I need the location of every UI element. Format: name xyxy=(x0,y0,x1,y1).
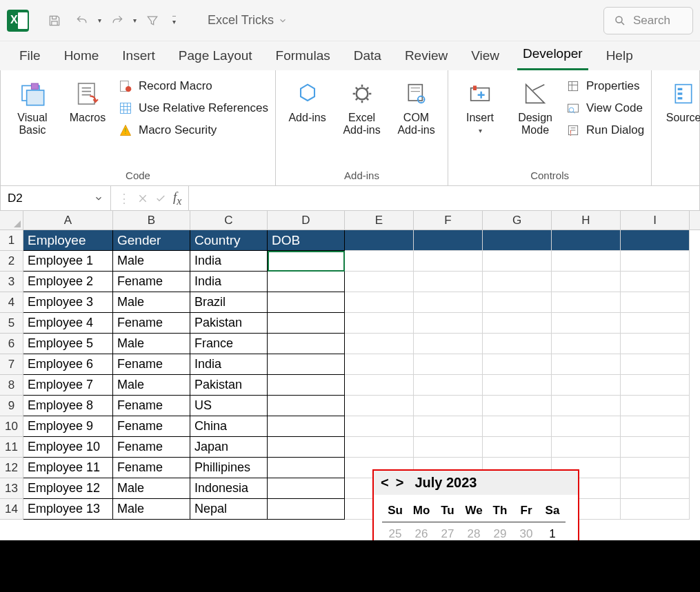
undo-icon[interactable] xyxy=(70,9,94,32)
macro-security-button[interactable]: ! Macro Security xyxy=(118,123,268,138)
cell[interactable] xyxy=(621,478,690,499)
cell[interactable] xyxy=(621,354,690,375)
table-cell[interactable]: Phillipines xyxy=(190,458,268,478)
calendar-next-button[interactable]: > xyxy=(396,475,404,491)
cell[interactable] xyxy=(552,313,621,334)
cell[interactable] xyxy=(552,251,621,272)
table-cell[interactable]: Male xyxy=(113,251,190,272)
cell[interactable] xyxy=(483,292,552,313)
macros-button[interactable]: Macros xyxy=(63,76,112,124)
row-header-4[interactable]: 4 xyxy=(0,292,23,313)
cell[interactable] xyxy=(621,334,690,354)
table-cell[interactable]: Fename xyxy=(113,354,190,375)
table-cell[interactable]: Employee 11 xyxy=(23,458,113,478)
table-cell[interactable] xyxy=(268,396,345,416)
cell[interactable] xyxy=(552,292,621,313)
table-cell[interactable]: Fename xyxy=(113,396,190,416)
column-header-F[interactable]: F xyxy=(414,211,483,229)
table-cell[interactable] xyxy=(268,499,345,520)
column-header-C[interactable]: C xyxy=(190,211,268,229)
table-cell[interactable]: Fename xyxy=(113,313,190,334)
cell[interactable] xyxy=(414,375,483,396)
column-header-A[interactable]: A xyxy=(23,211,113,229)
table-cell[interactable]: Male xyxy=(113,334,190,354)
cell[interactable] xyxy=(552,334,621,354)
cells-grid[interactable]: EmployeeGenderCountryDOBEmployee 1MaleIn… xyxy=(23,230,690,520)
cell[interactable] xyxy=(621,458,690,478)
calendar-title[interactable]: July 2023 xyxy=(414,475,477,491)
table-cell[interactable]: Indonesia xyxy=(190,478,268,499)
row-header-14[interactable]: 14 xyxy=(0,499,23,520)
table-cell[interactable]: France xyxy=(190,334,268,354)
cell[interactable] xyxy=(483,230,552,251)
cancel-icon[interactable] xyxy=(137,193,148,204)
cell[interactable] xyxy=(414,230,483,251)
cell[interactable] xyxy=(621,292,690,313)
ribbon-tab-help[interactable]: Help xyxy=(601,44,639,70)
cell[interactable] xyxy=(414,251,483,272)
table-cell[interactable]: Employee 6 xyxy=(23,354,113,375)
table-cell[interactable]: Employee 5 xyxy=(23,334,113,354)
cell[interactable] xyxy=(552,272,621,292)
cell[interactable] xyxy=(345,375,414,396)
table-header-cell[interactable]: Employee xyxy=(23,230,113,251)
save-icon[interactable] xyxy=(43,9,66,32)
cell[interactable] xyxy=(552,416,621,437)
redo-icon[interactable] xyxy=(106,9,129,32)
table-cell[interactable]: Pakistan xyxy=(190,375,268,396)
cell[interactable] xyxy=(621,375,690,396)
ribbon-tab-view[interactable]: View xyxy=(466,44,505,70)
source-button[interactable]: Source xyxy=(659,76,700,124)
enter-icon[interactable] xyxy=(155,193,166,204)
row-header-7[interactable]: 7 xyxy=(0,354,23,375)
table-cell[interactable]: Employee 7 xyxy=(23,375,113,396)
ribbon-tab-formulas[interactable]: Formulas xyxy=(270,44,336,70)
row-header-12[interactable]: 12 xyxy=(0,458,23,478)
cell[interactable] xyxy=(345,416,414,437)
select-all-corner[interactable] xyxy=(0,211,23,229)
table-cell[interactable]: Fename xyxy=(113,458,190,478)
table-cell[interactable] xyxy=(268,272,345,292)
cell[interactable] xyxy=(414,437,483,458)
cell[interactable] xyxy=(414,416,483,437)
cell[interactable] xyxy=(552,375,621,396)
cell[interactable] xyxy=(483,313,552,334)
row-header-5[interactable]: 5 xyxy=(0,313,23,334)
com-addins-button[interactable]: COM Add-ins xyxy=(392,76,441,136)
row-header-13[interactable]: 13 xyxy=(0,478,23,499)
cell[interactable] xyxy=(345,313,414,334)
table-cell[interactable]: Male xyxy=(113,292,190,313)
table-cell[interactable] xyxy=(268,375,345,396)
table-cell[interactable]: India xyxy=(190,251,268,272)
undo-dropdown-icon[interactable]: ▾ xyxy=(98,17,101,24)
table-cell[interactable]: Employee 2 xyxy=(23,272,113,292)
table-cell[interactable]: Employee 13 xyxy=(23,499,113,520)
table-cell[interactable]: US xyxy=(190,396,268,416)
calendar-prev-button[interactable]: < xyxy=(381,475,389,491)
column-header-H[interactable]: H xyxy=(552,211,621,229)
ribbon-tab-page-layout[interactable]: Page Layout xyxy=(173,44,258,70)
cell[interactable] xyxy=(621,499,690,520)
table-cell[interactable]: Employee 4 xyxy=(23,313,113,334)
ribbon-tab-developer[interactable]: Developer xyxy=(517,42,588,70)
table-cell[interactable]: Employee 3 xyxy=(23,292,113,313)
row-header-3[interactable]: 3 xyxy=(0,272,23,292)
search-input[interactable]: Search xyxy=(603,7,693,34)
table-cell[interactable]: Fename xyxy=(113,272,190,292)
cell[interactable] xyxy=(414,272,483,292)
cell[interactable] xyxy=(483,375,552,396)
design-mode-button[interactable]: Design Mode xyxy=(510,76,560,136)
ribbon-tab-insert[interactable]: Insert xyxy=(117,44,161,70)
qa-customize-icon[interactable]: ▾ xyxy=(172,16,176,25)
redo-dropdown-icon[interactable]: ▾ xyxy=(133,17,137,24)
document-title[interactable]: Excel Tricks xyxy=(208,13,288,28)
table-header-cell[interactable]: Gender xyxy=(113,230,190,251)
table-cell[interactable]: Employee 8 xyxy=(23,396,113,416)
table-cell[interactable]: Employee 10 xyxy=(23,437,113,458)
table-cell[interactable]: Japan xyxy=(190,437,268,458)
table-cell[interactable]: Male xyxy=(113,375,190,396)
table-cell[interactable]: Employee 9 xyxy=(23,416,113,437)
cell[interactable] xyxy=(621,230,690,251)
column-header-D[interactable]: D xyxy=(268,211,345,229)
run-dialog-button[interactable]: ! Run Dialog xyxy=(566,123,644,138)
